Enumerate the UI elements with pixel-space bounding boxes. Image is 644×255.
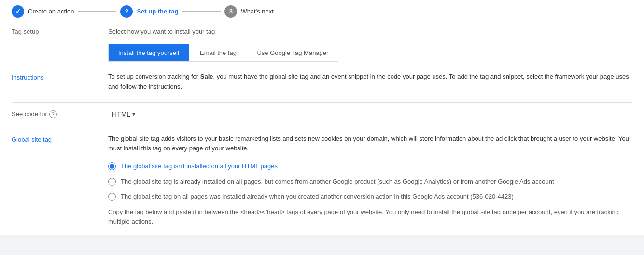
radio-option-not-installed[interactable]: The global site tag isn't installed on a… (108, 161, 632, 171)
step-label-set-up-tag: Set up the tag (137, 8, 178, 15)
global-site-tag-section: Global site tag The global site tag adds… (0, 126, 644, 235)
step-set-up-tag[interactable]: 2 Set up the tag (120, 5, 178, 18)
copy-instruction-text: Copy the tag below and paste it in betwe… (108, 208, 619, 226)
code-for-dropdown[interactable]: HTML ▾ (112, 110, 135, 118)
radio-already-installed[interactable] (108, 193, 116, 201)
step-connector-1 (78, 11, 116, 12)
code-for-label: See code for ? (12, 110, 108, 118)
instructions-row: Instructions To set up conversion tracki… (0, 62, 644, 102)
instructions-label: Instructions (12, 72, 108, 81)
tab-group-container: Install the tag yourself Email the tag U… (0, 40, 644, 62)
step-circle-set-up-tag: 2 (120, 5, 133, 18)
step-circle-create-action: ✓ (12, 5, 24, 18)
radio-another-product[interactable] (108, 178, 116, 186)
code-for-label-text: See code for (12, 110, 47, 118)
tab-group: Install the tag yourself Email the tag U… (108, 44, 338, 62)
global-tag-description: The global site tag adds visitors to you… (108, 134, 632, 154)
instructions-text-before: To set up conversion tracking for (108, 73, 200, 80)
tab-gtm[interactable]: Use Google Tag Manager (247, 44, 338, 61)
radio-label-already-installed: The global site tag on all pages was ins… (121, 192, 514, 201)
main-content: Tag setup Select how you want to install… (0, 23, 644, 235)
global-tag-label: Global site tag (12, 134, 108, 143)
code-for-row: See code for ? HTML ▾ (0, 103, 644, 126)
global-tag-row: Global site tag The global site tag adds… (12, 134, 632, 228)
tag-setup-row: Tag setup Select how you want to install… (0, 23, 644, 40)
radio-label-another-product: The global site tag is already installed… (121, 177, 554, 187)
chevron-down-icon: ▾ (132, 111, 135, 118)
global-tag-content: The global site tag adds visitors to you… (108, 134, 632, 228)
radio-label-not-installed: The global site tag isn't installed on a… (121, 161, 278, 171)
instructions-bold-word: Sale (200, 73, 213, 80)
selected-option: HTML (112, 110, 130, 118)
tag-setup-subtext: Select how you want to install your tag (108, 28, 215, 35)
instructions-content: To set up conversion tracking for Sale, … (108, 72, 632, 92)
step-create-action[interactable]: ✓ Create an action (12, 5, 74, 18)
step-whats-next[interactable]: 3 What's next (224, 5, 274, 18)
step-label-create-action: Create an action (28, 8, 74, 15)
tag-setup-label: Tag setup (12, 28, 108, 35)
step-connector-2 (182, 11, 221, 12)
copy-instruction: Copy the tag below and paste it in betwe… (108, 207, 632, 228)
step-label-whats-next: What's next (241, 8, 274, 15)
help-icon[interactable]: ? (49, 110, 57, 118)
tab-install-yourself[interactable]: Install the tag yourself (109, 44, 189, 61)
stepper-bar: ✓ Create an action 2 Set up the tag 3 Wh… (0, 0, 644, 23)
radio-option-another-product[interactable]: The global site tag is already installed… (108, 177, 632, 187)
step-circle-whats-next: 3 (224, 5, 237, 18)
account-number: (536-020-4423) (470, 193, 514, 200)
radio-not-installed[interactable] (108, 162, 116, 170)
radio-option-already-installed[interactable]: The global site tag on all pages was ins… (108, 192, 632, 201)
tab-email-tag[interactable]: Email the tag (189, 44, 247, 61)
